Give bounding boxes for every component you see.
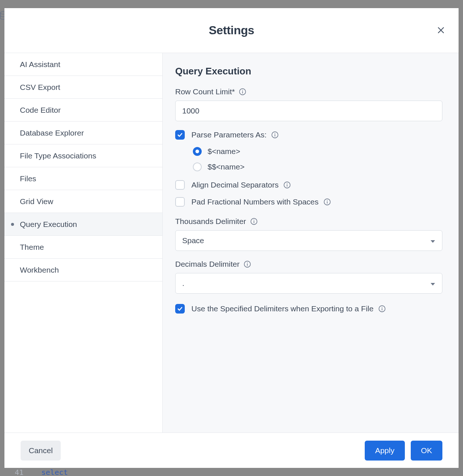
info-icon[interactable] xyxy=(250,217,258,225)
sidebar-item-files[interactable]: Files xyxy=(4,167,162,190)
use-delimiters-export-row: Use the Specified Delimiters when Export… xyxy=(175,304,442,314)
sidebar-item-label: Files xyxy=(20,174,36,183)
close-icon xyxy=(437,26,445,35)
sidebar-item-label: CSV Export xyxy=(20,83,60,92)
parse-params-row: Parse Parameters As: xyxy=(175,130,442,140)
info-icon[interactable] xyxy=(323,198,331,206)
pad-fractional-label: Pad Fractional Numbers with Spaces xyxy=(191,197,331,206)
decimals-field: Decimals Delimiter . xyxy=(175,260,442,294)
sidebar-item-label: Theme xyxy=(20,243,44,252)
parse-params-radio-group: $<name> $$<name> xyxy=(193,147,442,171)
row-count-input[interactable] xyxy=(175,101,442,121)
settings-content: Query Execution Row Count Limit* Parse P… xyxy=(163,53,459,433)
radio-option-double-dollar: $$<name> xyxy=(193,162,442,171)
decimals-label: Decimals Delimiter xyxy=(175,260,442,269)
row-count-field: Row Count Limit* xyxy=(175,87,442,121)
svg-marker-22 xyxy=(431,283,435,286)
check-icon xyxy=(177,132,183,138)
chevron-down-icon xyxy=(430,279,435,288)
ok-button[interactable]: OK xyxy=(411,441,442,461)
sidebar-item-label: Query Execution xyxy=(20,220,77,229)
thousands-label: Thousands Delimiter xyxy=(175,217,442,226)
row-count-label: Row Count Limit* xyxy=(175,87,442,96)
radio-double-dollar[interactable] xyxy=(193,162,202,171)
thousands-select[interactable]: Space xyxy=(175,230,442,251)
parse-params-checkbox[interactable] xyxy=(175,130,185,140)
sidebar-item-label: File Type Associations xyxy=(20,151,96,160)
radio-label: $<name> xyxy=(208,147,240,156)
cancel-button[interactable]: Cancel xyxy=(21,441,61,461)
use-delimiters-export-checkbox[interactable] xyxy=(175,304,185,314)
radio-label: $$<name> xyxy=(208,162,244,171)
sidebar-item-file-type-associations[interactable]: File Type Associations xyxy=(4,144,162,167)
sidebar-item-label: AI Assistant xyxy=(20,60,60,69)
info-icon[interactable] xyxy=(378,305,386,313)
info-icon[interactable] xyxy=(243,260,251,268)
select-value: Space xyxy=(182,236,204,245)
check-icon xyxy=(177,306,183,312)
svg-marker-18 xyxy=(431,240,435,243)
decimals-select[interactable]: . xyxy=(175,273,442,294)
sidebar-item-workbench[interactable]: Workbench xyxy=(4,259,162,281)
modal-footer: Cancel Apply OK xyxy=(4,433,459,468)
apply-button[interactable]: Apply xyxy=(365,441,405,461)
svg-point-8 xyxy=(275,133,275,134)
sidebar-item-label: Grid View xyxy=(20,197,53,206)
sidebar-item-label: Workbench xyxy=(20,266,59,274)
parse-params-label: Parse Parameters As: xyxy=(191,130,279,139)
sidebar-item-code-editor[interactable]: Code Editor xyxy=(4,99,162,122)
info-icon[interactable] xyxy=(238,88,247,96)
sidebar-item-label: Database Explorer xyxy=(20,129,84,137)
background-code-snippet: 41 select xyxy=(15,468,68,476)
sidebar-item-label: Code Editor xyxy=(20,106,61,115)
sidebar-item-database-explorer[interactable]: Database Explorer xyxy=(4,122,162,144)
settings-modal: Settings AI Assistant CSV Export Code Ed… xyxy=(4,8,459,468)
use-delimiters-export-label: Use the Specified Delimiters when Export… xyxy=(191,304,386,313)
sidebar-item-ai-assistant[interactable]: AI Assistant xyxy=(4,53,162,76)
pad-fractional-checkbox[interactable] xyxy=(175,197,185,207)
info-icon[interactable] xyxy=(283,181,291,189)
svg-point-17 xyxy=(254,220,254,220)
align-decimal-label: Align Decimal Separators xyxy=(191,181,291,189)
chevron-down-icon xyxy=(430,236,435,245)
svg-point-5 xyxy=(242,90,243,91)
thousands-field: Thousands Delimiter Space xyxy=(175,217,442,251)
settings-sidebar: AI Assistant CSV Export Code Editor Data… xyxy=(4,53,163,433)
sidebar-item-grid-view[interactable]: Grid View xyxy=(4,190,162,213)
footer-actions: Apply OK xyxy=(365,441,442,461)
modal-header: Settings xyxy=(4,8,459,53)
svg-point-14 xyxy=(327,200,328,201)
modal-body: AI Assistant CSV Export Code Editor Data… xyxy=(4,53,459,433)
sidebar-item-csv-export[interactable]: CSV Export xyxy=(4,76,162,99)
modal-title: Settings xyxy=(209,24,254,37)
radio-single-dollar[interactable] xyxy=(193,147,202,156)
sidebar-item-query-execution[interactable]: Query Execution xyxy=(4,213,162,236)
svg-point-11 xyxy=(287,183,287,184)
select-value: . xyxy=(182,279,184,288)
sidebar-item-theme[interactable]: Theme xyxy=(4,236,162,259)
radio-option-single-dollar: $<name> xyxy=(193,147,442,156)
align-decimal-checkbox[interactable] xyxy=(175,180,185,190)
close-button[interactable] xyxy=(435,24,447,36)
align-decimal-row: Align Decimal Separators xyxy=(175,180,442,190)
pad-fractional-row: Pad Fractional Numbers with Spaces xyxy=(175,197,442,207)
svg-point-21 xyxy=(247,262,248,263)
svg-point-25 xyxy=(382,307,382,308)
info-icon[interactable] xyxy=(271,131,279,139)
section-title: Query Execution xyxy=(175,66,442,77)
